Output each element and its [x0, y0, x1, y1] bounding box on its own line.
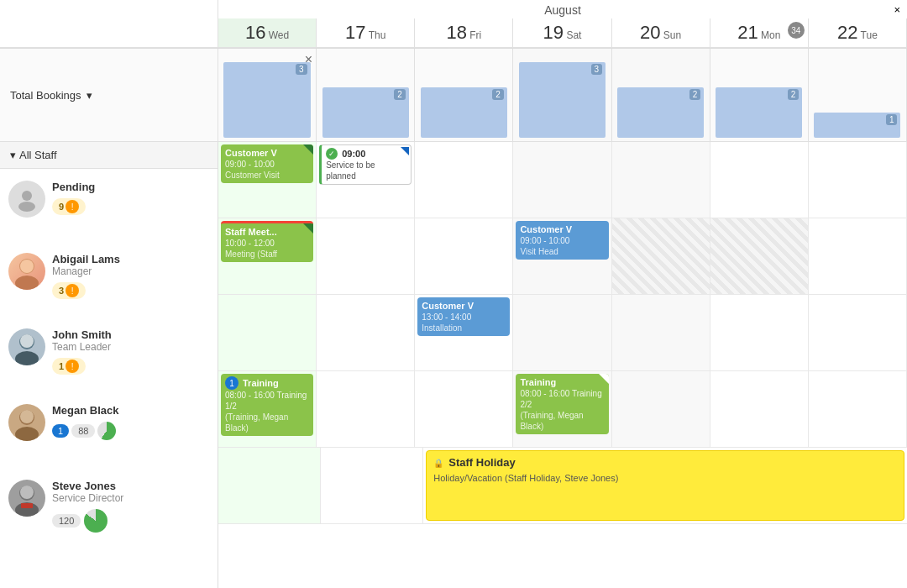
- lock-icon: 🔒: [433, 458, 443, 469]
- booking-bar-4: 2: [612, 49, 710, 141]
- date-cell-16[interactable]: 16 Wed: [218, 18, 317, 47]
- cal-cell-john-2[interactable]: Customer V 13:00 - 14:00 Installation: [415, 295, 513, 370]
- close-button[interactable]: ×: [894, 3, 900, 16]
- cal-cell-abigail-2[interactable]: [415, 218, 513, 294]
- cal-cell-pending-0[interactable]: Customer V 09:00 - 10:00 Customer Visit: [218, 142, 317, 218]
- bar-block-0: 3: [223, 62, 310, 138]
- date-cell-18[interactable]: 18 Fri: [415, 18, 513, 47]
- booking-bar-3: 3: [513, 49, 611, 141]
- cal-cell-steve-0[interactable]: [218, 448, 321, 523]
- staff-row-john: John Smith Team Leader 1 !: [0, 320, 218, 396]
- cal-cell-megan-5[interactable]: [710, 371, 809, 447]
- cal-row-abigail: Staff Meet... 10:00 - 12:00 Meeting (Sta…: [218, 218, 907, 295]
- month-label: August: [218, 3, 907, 18]
- date-cell-17[interactable]: 17 Thu: [317, 18, 415, 47]
- cal-row-steve: 🔒 Staff Holiday Holiday/Vacation (Staff …: [218, 448, 907, 524]
- warn-icon-abigail: !: [66, 284, 79, 297]
- staff-badge-megan-1: 1: [52, 424, 69, 438]
- bar-block-6: 1: [814, 113, 900, 138]
- avatar-pending: [8, 181, 45, 218]
- week-number-badge: 34: [788, 22, 805, 39]
- staff-badge-pending: 9 !: [52, 198, 86, 215]
- calendar-body: Customer V 09:00 - 10:00 Customer Visit …: [218, 142, 907, 588]
- event-training-1-megan[interactable]: 1 Training 08:00 - 16:00 Training 1/2 (T…: [221, 374, 313, 436]
- cal-row-pending: Customer V 09:00 - 10:00 Customer Visit …: [218, 142, 907, 218]
- cal-cell-megan-4[interactable]: [612, 371, 710, 447]
- chevron-down-icon: ▾: [87, 89, 92, 102]
- cal-cell-abigail-4[interactable]: [612, 218, 710, 294]
- bar-block-5: 2: [716, 87, 802, 138]
- warn-icon-john: !: [66, 360, 79, 373]
- cal-cell-john-4[interactable]: [612, 295, 710, 370]
- cal-cell-pending-5[interactable]: [710, 142, 809, 218]
- staff-name-megan: Megan Black: [52, 404, 209, 417]
- cal-cell-john-5[interactable]: [710, 295, 809, 370]
- cal-cell-steve-holiday[interactable]: 🔒 Staff Holiday Holiday/Vacation (Staff …: [423, 448, 907, 523]
- cal-cell-john-1[interactable]: [317, 295, 415, 370]
- cal-cell-megan-1[interactable]: [317, 371, 415, 447]
- staff-role-abigail: Manager: [52, 265, 209, 277]
- cal-row-megan: 1 Training 08:00 - 16:00 Training 1/2 (T…: [218, 371, 907, 448]
- event-customer-visit-pending[interactable]: Customer V 09:00 - 10:00 Customer Visit: [221, 144, 313, 183]
- avatar-abigail: [8, 253, 45, 290]
- svg-point-3: [15, 276, 39, 290]
- svg-point-13: [20, 486, 34, 499]
- event-staff-meet-abigail[interactable]: Staff Meet... 10:00 - 12:00 Meeting (Sta…: [221, 221, 313, 262]
- event-customer-visit-abigail[interactable]: Customer V 09:00 - 10:00 Visit Head: [516, 221, 608, 260]
- staff-name-pending: Pending: [52, 181, 209, 193]
- event-staff-holiday-steve[interactable]: 🔒 Staff Holiday Holiday/Vacation (Staff …: [426, 450, 904, 521]
- svg-point-1: [18, 202, 35, 212]
- staff-row-megan: Megan Black 1 88: [0, 396, 218, 471]
- date-cell-19[interactable]: 19 Sat: [513, 18, 611, 47]
- date-cell-21[interactable]: 21 Mon 34: [710, 18, 809, 47]
- avatar-steve: [8, 480, 45, 517]
- staff-role-steve: Service Director: [52, 492, 209, 504]
- booking-bar-5: 2: [710, 49, 809, 141]
- cal-cell-megan-0[interactable]: 1 Training 08:00 - 16:00 Training 1/2 (T…: [218, 371, 317, 447]
- cal-cell-john-3[interactable]: [513, 295, 611, 370]
- booking-bar-1: 2: [317, 49, 415, 141]
- cal-cell-pending-3[interactable]: [513, 142, 611, 218]
- event-service-plan-pending[interactable]: ✓ 09:00 Service to be planned: [319, 144, 412, 185]
- staff-name-steve: Steve Jones: [52, 480, 209, 492]
- check-icon: ✓: [326, 148, 338, 160]
- cal-cell-pending-6[interactable]: [809, 142, 907, 218]
- cal-cell-john-6[interactable]: [809, 295, 907, 370]
- corner-icon: [303, 223, 313, 234]
- total-bookings-button[interactable]: Total Bookings ▾: [10, 89, 92, 102]
- cal-cell-pending-1[interactable]: ✓ 09:00 Service to be planned: [317, 142, 415, 218]
- cal-cell-john-0[interactable]: [218, 295, 317, 370]
- staff-role-john: Team Leader: [52, 341, 209, 353]
- cal-cell-steve-1[interactable]: [321, 448, 423, 523]
- event-subtitle-steve: Holiday/Vacation: [433, 473, 502, 483]
- close-icon[interactable]: ×: [305, 52, 312, 67]
- cal-cell-abigail-1[interactable]: [317, 218, 415, 294]
- svg-point-6: [15, 351, 39, 365]
- warn-icon: !: [66, 200, 79, 213]
- event-installation-john[interactable]: Customer V 13:00 - 14:00 Installation: [417, 297, 510, 336]
- bar-block-2: 2: [421, 87, 507, 138]
- cal-cell-megan-6[interactable]: [809, 371, 907, 447]
- cal-cell-abigail-3[interactable]: Customer V 09:00 - 10:00 Visit Head: [513, 218, 611, 294]
- booking-bar-2: 2: [415, 49, 513, 141]
- avatar-john: [8, 328, 45, 365]
- all-staff-toggle[interactable]: ▾ All Staff: [0, 142, 218, 169]
- date-cell-22[interactable]: 22 Tue: [809, 18, 907, 47]
- bar-block-4: 2: [617, 87, 704, 138]
- event-training-2-megan[interactable]: Training 08:00 - 16:00 Training 2/2 (Tra…: [516, 374, 608, 434]
- corner-icon: [401, 147, 409, 155]
- chevron-down-icon: ▾: [10, 149, 16, 161]
- date-cell-20[interactable]: 20 Sun: [612, 18, 710, 47]
- cal-cell-megan-2[interactable]: [415, 371, 513, 447]
- staff-badge-john: 1 !: [52, 358, 86, 375]
- cal-cell-abigail-5[interactable]: [710, 218, 809, 294]
- pie-chart-steve: [84, 509, 107, 533]
- cal-cell-megan-3[interactable]: Training 08:00 - 16:00 Training 2/2 (Tra…: [513, 371, 611, 447]
- cal-cell-pending-4[interactable]: [612, 142, 710, 218]
- cal-cell-pending-2[interactable]: [415, 142, 513, 218]
- cal-cell-abigail-0[interactable]: Staff Meet... 10:00 - 12:00 Meeting (Sta…: [218, 218, 317, 294]
- cal-cell-abigail-6[interactable]: [809, 218, 907, 294]
- num-badge-1: 1: [225, 376, 239, 390]
- corner-icon: [599, 374, 609, 384]
- cal-row-john: Customer V 13:00 - 14:00 Installation: [218, 295, 907, 371]
